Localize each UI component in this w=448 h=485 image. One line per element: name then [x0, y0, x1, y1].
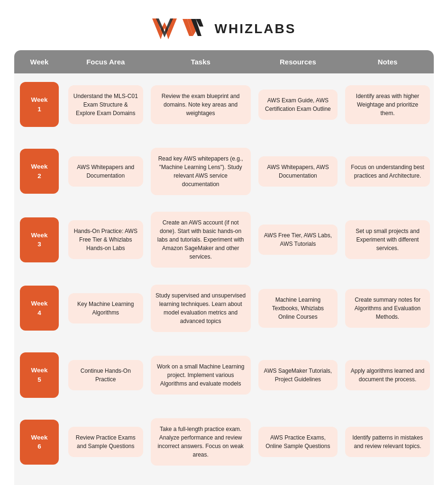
notes-cell-6: Identify patterns in mistakes and review…	[341, 411, 434, 473]
notes-cell-3: Set up small projects and Experiment wit…	[341, 207, 434, 272]
resources-content: Machine Learning Textbooks, Whizlabs Onl…	[258, 289, 338, 328]
table-row: Week 7Join Study Groups and ForumsEngage…	[14, 478, 434, 485]
table-separator	[14, 272, 434, 277]
table-header-row: Week Focus Area Tasks Resources Notes	[14, 50, 434, 73]
focus-content: Review Practice Exams and Sample Questio…	[68, 427, 143, 457]
week-badge: Week 6	[20, 420, 59, 465]
focus-cell-4: Key Machine Learning Algorithms	[64, 277, 147, 339]
resources-content: AWS Free Tier, AWS Labs, AWS Tutorials	[258, 225, 338, 255]
table-separator	[14, 202, 434, 207]
table-row: Week 6Review Practice Exams and Sample Q…	[14, 411, 434, 473]
week-badge: Week 5	[20, 352, 59, 397]
notes-cell-7: Exchange insights and clarify doubts wit…	[341, 478, 434, 485]
resources-content: AWS Exam Guide, AWS Certification Exam O…	[258, 90, 338, 120]
table-separator	[14, 339, 434, 344]
col-header-tasks: Tasks	[147, 50, 255, 73]
tasks-content: Read key AWS whitepapers (e.g., "Machine…	[151, 148, 251, 195]
focus-cell-6: Review Practice Exams and Sample Questio…	[64, 411, 147, 473]
week-cell-3: Week 3	[14, 207, 64, 272]
week-cell-7: Week 7	[14, 478, 64, 485]
tasks-content: Take a full-length practice exam. Analyz…	[151, 418, 251, 466]
resources-cell-5: AWS SageMaker Tutorials, Project Guideli…	[255, 344, 341, 406]
page-wrapper: WHIZLABS Week Focus Area Tasks Resources…	[0, 0, 448, 485]
table-row: Week 5Continue Hands-On PracticeWork on …	[14, 344, 434, 406]
table-body: Week 1Understand the MLS-C01 Exam Struct…	[14, 73, 434, 485]
table-separator	[14, 473, 434, 478]
resources-cell-3: AWS Free Tier, AWS Labs, AWS Tutorials	[255, 207, 341, 272]
whizlabs-logo	[183, 18, 209, 40]
tasks-content: Work on a small Machine Learning project…	[151, 356, 251, 395]
tasks-cell-3: Create an AWS account (if not done). Sta…	[147, 207, 255, 272]
col-header-week: Week	[14, 50, 64, 73]
tasks-content: Review the exam blueprint and domains. N…	[151, 85, 251, 124]
week-badge: Week 3	[20, 217, 59, 262]
week-badge: Week 1	[20, 82, 59, 127]
focus-cell-7: Join Study Groups and Forums	[64, 478, 147, 485]
tasks-cell-2: Read key AWS whitepapers (e.g., "Machine…	[147, 140, 255, 202]
notes-content: Create summary notes for Algorithms and …	[345, 289, 430, 328]
resources-cell-1: AWS Exam Guide, AWS Certification Exam O…	[255, 73, 341, 135]
table-row: Week 1Understand the MLS-C01 Exam Struct…	[14, 73, 434, 135]
header: WHIZLABS	[14, 9, 434, 50]
tasks-cell-7: Engage in online forums and communities.…	[147, 478, 255, 485]
focus-cell-1: Understand the MLS-C01 Exam Structure & …	[64, 73, 147, 135]
study-table: Week Focus Area Tasks Resources Notes We…	[14, 50, 434, 485]
tasks-cell-4: Study supervised and unsupervised learni…	[147, 277, 255, 339]
week-cell-1: Week 1	[14, 73, 64, 135]
col-header-resources: Resources	[255, 50, 341, 73]
focus-cell-5: Continue Hands-On Practice	[64, 344, 147, 406]
resources-cell-6: AWS Practice Exams, Online Sample Questi…	[255, 411, 341, 473]
notes-content: Identify patterns in mistakes and review…	[345, 427, 430, 457]
resources-cell-4: Machine Learning Textbooks, Whizlabs Onl…	[255, 277, 341, 339]
focus-content: AWS Whitepapers and Documentation	[68, 156, 143, 187]
focus-cell-2: AWS Whitepapers and Documentation	[64, 140, 147, 202]
notes-cell-2: Focus on understanding best practices an…	[341, 140, 434, 202]
notes-cell-4: Create summary notes for Algorithms and …	[341, 277, 434, 339]
table-separator	[14, 406, 434, 411]
resources-content: AWS Whitepapers, AWS Documentation	[258, 156, 338, 187]
week-badge: Week 2	[20, 149, 59, 194]
week-cell-5: Week 5	[14, 344, 64, 406]
notes-content: Apply algorithms learned and document th…	[345, 360, 430, 390]
whizlabs-logo-icon	[152, 18, 177, 39]
table-separator	[14, 135, 434, 140]
notes-content: Focus on understanding best practices an…	[345, 156, 430, 187]
focus-content: Hands-On Practice: AWS Free Tier & Whizl…	[68, 220, 143, 259]
tasks-content: Study supervised and unsupervised learni…	[151, 285, 251, 332]
notes-content: Set up small projects and Experiment wit…	[345, 220, 430, 259]
notes-cell-1: Identify areas with higher Weightage and…	[341, 73, 434, 135]
tasks-cell-5: Work on a small Machine Learning project…	[147, 344, 255, 406]
week-cell-2: Week 2	[14, 140, 64, 202]
table-row: Week 2AWS Whitepapers and DocumentationR…	[14, 140, 434, 202]
col-header-focus: Focus Area	[64, 50, 147, 73]
week-cell-6: Week 6	[14, 411, 64, 473]
notes-content: Identify areas with higher Weightage and…	[345, 85, 430, 124]
week-cell-4: Week 4	[14, 277, 64, 339]
table-row: Week 4Key Machine Learning AlgorithmsStu…	[14, 277, 434, 339]
focus-content: Key Machine Learning Algorithms	[68, 293, 143, 323]
resources-cell-2: AWS Whitepapers, AWS Documentation	[255, 140, 341, 202]
focus-content: Continue Hands-On Practice	[68, 360, 143, 390]
focus-content: Understand the MLS-C01 Exam Structure & …	[68, 85, 143, 124]
notes-cell-5: Apply algorithms learned and document th…	[341, 344, 434, 406]
week-badge: Week 4	[20, 286, 59, 331]
resources-content: AWS Practice Exams, Online Sample Questi…	[258, 427, 338, 457]
table-row: Week 3Hands-On Practice: AWS Free Tier &…	[14, 207, 434, 272]
tasks-content: Create an AWS account (if not done). Sta…	[151, 212, 251, 268]
logo-text: WHIZLABS	[215, 21, 296, 36]
col-header-notes: Notes	[341, 50, 434, 73]
resources-content: AWS SageMaker Tutorials, Project Guideli…	[258, 360, 338, 390]
tasks-cell-6: Take a full-length practice exam. Analyz…	[147, 411, 255, 473]
focus-cell-3: Hands-On Practice: AWS Free Tier & Whizl…	[64, 207, 147, 272]
tasks-cell-1: Review the exam blueprint and domains. N…	[147, 73, 255, 135]
resources-cell-7: AWS Communities, Study Groups, Webinars	[255, 478, 341, 485]
